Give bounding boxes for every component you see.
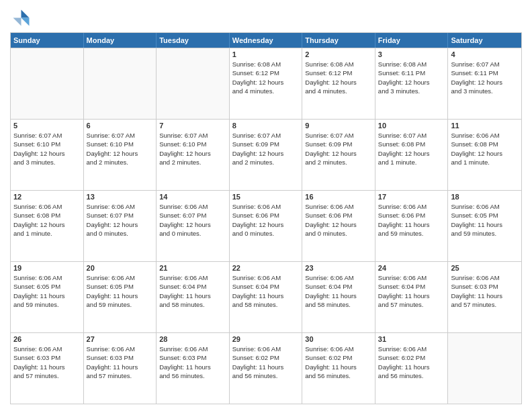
cell-info-line: Sunrise: 6:06 AM	[13, 202, 81, 211]
cell-info-line: and 0 minutes.	[305, 229, 372, 238]
day-number: 2	[305, 50, 372, 58]
day-number: 12	[13, 193, 81, 201]
cell-info-line: Sunset: 6:11 PM	[451, 68, 519, 77]
cell-info-line: Sunset: 6:10 PM	[13, 140, 81, 148]
cell-info-line: Sunrise: 6:07 AM	[305, 131, 372, 140]
day-number: 22	[232, 264, 300, 272]
cell-info-line: Sunrise: 6:06 AM	[378, 345, 445, 353]
cell-info-line: Sunset: 6:09 PM	[232, 140, 300, 148]
calendar-row-3: 12Sunrise: 6:06 AMSunset: 6:08 PMDayligh…	[11, 190, 521, 261]
day-number: 3	[378, 50, 445, 58]
day-cell-26: 26Sunrise: 6:06 AMSunset: 6:03 PMDayligh…	[11, 333, 84, 404]
day-number: 31	[378, 335, 445, 343]
day-number: 4	[451, 50, 519, 58]
cell-info-line: Daylight: 12 hours	[232, 220, 300, 229]
cell-info-line: Sunset: 6:06 PM	[305, 211, 372, 220]
cell-info-line: and 0 minutes.	[87, 229, 154, 238]
day-cell-15: 15Sunrise: 6:06 AMSunset: 6:06 PMDayligh…	[230, 191, 303, 261]
cell-info-line: Sunrise: 6:06 AM	[451, 131, 519, 140]
cell-info-line: and 1 minute.	[451, 158, 519, 167]
day-cell-5: 5Sunrise: 6:07 AMSunset: 6:10 PMDaylight…	[11, 120, 84, 190]
day-number: 20	[87, 264, 154, 272]
day-cell-17: 17Sunrise: 6:06 AMSunset: 6:06 PMDayligh…	[375, 191, 449, 261]
day-cell-19: 19Sunrise: 6:06 AMSunset: 6:05 PMDayligh…	[11, 262, 84, 332]
cell-info-line: Sunset: 6:04 PM	[378, 282, 445, 291]
cell-info-line: Daylight: 12 hours	[87, 220, 154, 229]
day-number: 16	[305, 193, 372, 201]
cell-info-line: Sunrise: 6:08 AM	[232, 60, 300, 68]
cell-info-line: and 56 minutes.	[159, 371, 226, 380]
cell-info-line: Sunset: 6:02 PM	[305, 353, 372, 362]
cell-info-line: Sunset: 6:08 PM	[13, 211, 81, 220]
cell-info-line: Sunset: 6:03 PM	[159, 353, 226, 362]
cell-info-line: Sunrise: 6:06 AM	[87, 345, 154, 353]
cell-info-line: Sunset: 6:06 PM	[232, 211, 300, 220]
cell-info-line: Sunrise: 6:06 AM	[13, 273, 81, 282]
cell-info-line: Sunrise: 6:06 AM	[378, 202, 445, 211]
day-number: 21	[159, 264, 226, 272]
day-cell-14: 14Sunrise: 6:06 AMSunset: 6:07 PMDayligh…	[157, 191, 230, 261]
cell-info-line: Sunset: 6:02 PM	[232, 353, 300, 362]
empty-cell-0-0	[11, 48, 84, 119]
logo	[10, 7, 33, 27]
cell-info-line: and 2 minutes.	[87, 158, 154, 167]
cell-info-line: Sunset: 6:12 PM	[305, 68, 372, 77]
calendar-body: 1Sunrise: 6:08 AMSunset: 6:12 PMDaylight…	[11, 48, 521, 404]
calendar-row-4: 19Sunrise: 6:06 AMSunset: 6:05 PMDayligh…	[11, 261, 521, 332]
day-number: 14	[159, 193, 226, 201]
cell-info-line: Sunrise: 6:06 AM	[305, 202, 372, 211]
cell-info-line: and 58 minutes.	[232, 300, 300, 309]
day-number: 24	[378, 264, 445, 272]
calendar: SundayMondayTuesdayWednesdayThursdayFrid…	[10, 32, 522, 404]
cell-info-line: Daylight: 12 hours	[305, 149, 372, 158]
cell-info-line: Daylight: 11 hours	[232, 363, 300, 371]
cell-info-line: Sunset: 6:07 PM	[87, 211, 154, 220]
cell-info-line: Daylight: 11 hours	[378, 220, 445, 229]
cell-info-line: Daylight: 12 hours	[305, 78, 372, 87]
cell-info-line: Daylight: 12 hours	[87, 149, 154, 158]
day-cell-25: 25Sunrise: 6:06 AMSunset: 6:03 PMDayligh…	[448, 262, 521, 332]
cell-info-line: Sunrise: 6:06 AM	[87, 202, 154, 211]
cell-info-line: Sunrise: 6:06 AM	[159, 202, 226, 211]
day-cell-24: 24Sunrise: 6:06 AMSunset: 6:04 PMDayligh…	[375, 262, 449, 332]
day-number: 17	[378, 193, 445, 201]
cell-info-line: Daylight: 11 hours	[159, 363, 226, 371]
cell-info-line: and 3 minutes.	[451, 87, 519, 95]
cell-info-line: Daylight: 11 hours	[232, 291, 300, 300]
calendar-header: SundayMondayTuesdayWednesdayThursdayFrid…	[11, 33, 521, 48]
day-cell-4: 4Sunrise: 6:07 AMSunset: 6:11 PMDaylight…	[448, 48, 521, 119]
day-cell-18: 18Sunrise: 6:06 AMSunset: 6:05 PMDayligh…	[448, 191, 521, 261]
day-cell-31: 31Sunrise: 6:06 AMSunset: 6:02 PMDayligh…	[375, 333, 449, 404]
cell-info-line: Daylight: 12 hours	[159, 220, 226, 229]
cell-info-line: Daylight: 11 hours	[451, 220, 519, 229]
cell-info-line: Sunrise: 6:06 AM	[451, 273, 519, 282]
cell-info-line: and 2 minutes.	[232, 158, 300, 167]
cell-info-line: Sunrise: 6:07 AM	[159, 131, 226, 140]
cell-info-line: Sunrise: 6:06 AM	[305, 345, 372, 353]
page: SundayMondayTuesdayWednesdayThursdayFrid…	[0, 0, 532, 411]
cell-info-line: and 57 minutes.	[451, 300, 519, 309]
cell-info-line: Sunset: 6:11 PM	[378, 68, 445, 77]
cell-info-line: Sunrise: 6:06 AM	[451, 202, 519, 211]
cell-info-line: and 56 minutes.	[378, 371, 445, 380]
cell-info-line: Sunrise: 6:06 AM	[87, 273, 154, 282]
day-number: 27	[87, 335, 154, 343]
cell-info-line: and 57 minutes.	[13, 371, 81, 380]
day-number: 28	[159, 335, 226, 343]
cell-info-line: and 59 minutes.	[87, 300, 154, 309]
cell-info-line: Sunrise: 6:06 AM	[159, 273, 226, 282]
cell-info-line: Sunrise: 6:06 AM	[232, 202, 300, 211]
cell-info-line: Sunset: 6:02 PM	[378, 353, 445, 362]
day-number: 11	[451, 122, 519, 130]
day-cell-21: 21Sunrise: 6:06 AMSunset: 6:04 PMDayligh…	[157, 262, 230, 332]
cell-info-line: Sunset: 6:03 PM	[87, 353, 154, 362]
cell-info-line: and 56 minutes.	[305, 371, 372, 380]
cell-info-line: Daylight: 12 hours	[13, 220, 81, 229]
cell-info-line: Daylight: 12 hours	[378, 149, 445, 158]
day-cell-12: 12Sunrise: 6:06 AMSunset: 6:08 PMDayligh…	[11, 191, 84, 261]
day-header-wednesday: Wednesday	[230, 33, 303, 48]
day-header-monday: Monday	[84, 33, 157, 48]
cell-info-line: Sunset: 6:03 PM	[451, 282, 519, 291]
day-number: 7	[159, 122, 226, 130]
cell-info-line: Daylight: 12 hours	[378, 78, 445, 87]
